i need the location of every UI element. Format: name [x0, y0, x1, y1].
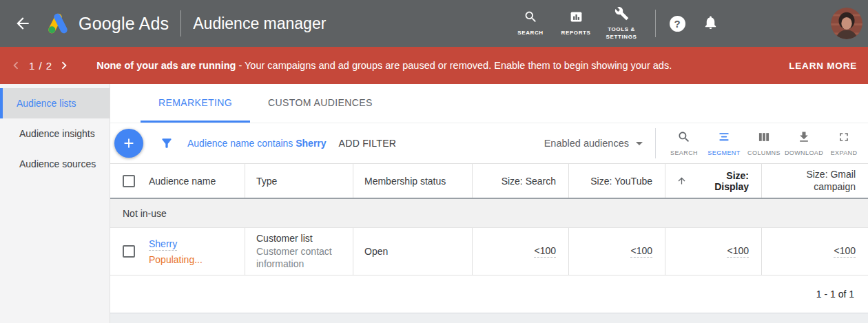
search-icon [524, 10, 538, 26]
learn-more-link[interactable]: LEARN MORE [789, 61, 857, 71]
dropdown-value: Enabled audiences [544, 138, 629, 149]
column-label: Audience name [149, 176, 216, 187]
help-icon: ? [670, 16, 685, 32]
expand-icon [837, 130, 851, 146]
tool-label: SEGMENT [707, 149, 740, 156]
table-expand-button[interactable]: EXPAND [824, 130, 864, 156]
size-display-value: <100 [727, 245, 749, 258]
banner-previous-icon[interactable] [8, 58, 23, 73]
column-label: Size: Search [502, 176, 556, 187]
column-header-size-display[interactable]: Size: Display [665, 164, 761, 198]
table-search-button[interactable]: SEARCH [664, 130, 704, 156]
column-header-size-search[interactable]: Size: Search [472, 164, 568, 198]
sidebar-item-audience-sources[interactable]: Audience sources [0, 149, 110, 179]
wrench-icon [614, 6, 629, 23]
filter-value: Sherry [296, 138, 326, 149]
size-youtube-value: <100 [630, 245, 652, 258]
size-gmail-value: <100 [834, 245, 856, 258]
banner-pagination: 1 / 2 [29, 60, 52, 72]
table-download-button[interactable]: DOWNLOAD [784, 130, 824, 156]
column-header-size-youtube[interactable]: Size: YouTube [568, 164, 665, 198]
columns-icon [757, 130, 771, 146]
back-arrow-icon[interactable] [14, 14, 32, 32]
column-header-type[interactable]: Type [245, 164, 353, 198]
account-avatar[interactable] [831, 8, 862, 39]
search-nav-button[interactable]: SEARCH [508, 10, 553, 37]
toolbar-divider [655, 128, 656, 158]
help-button[interactable]: ? [667, 16, 688, 32]
sidebar-item-audience-insights[interactable]: Audience insights [0, 118, 110, 149]
column-label: Size: YouTube [590, 176, 652, 187]
tab-label: CUSTOM AUDIENCES [268, 97, 373, 108]
sidebar-item-label: Audience sources [19, 158, 96, 169]
type-cell: Customer list Customer contact informati… [245, 228, 353, 275]
table-row: Sherry Populating... Customer list Custo… [110, 228, 868, 275]
reports-nav-label: REPORTS [557, 30, 595, 37]
download-icon [797, 130, 811, 146]
size-youtube-cell: <100 [568, 228, 665, 275]
sort-ascending-icon [676, 176, 687, 186]
audience-name-cell: Sherry Populating... [110, 228, 245, 275]
tab-bar: REMARKETING CUSTOM AUDIENCES [110, 84, 868, 123]
column-label: Membership status [364, 176, 446, 187]
populating-status: Populating... [149, 254, 203, 265]
column-label: Type [256, 176, 277, 187]
active-filter-chip[interactable]: Audience name contains Sherry [187, 138, 327, 149]
select-all-checkbox[interactable] [123, 175, 135, 187]
column-label: Size: Display [691, 170, 749, 192]
group-label: Not in-use [123, 208, 167, 219]
reports-nav-button[interactable]: REPORTS [553, 10, 599, 37]
filter-icon[interactable] [160, 136, 174, 150]
size-gmail-cell: <100 [761, 228, 868, 275]
chevron-down-icon [636, 142, 643, 145]
audience-name-link[interactable]: Sherry [149, 238, 177, 251]
table-columns-button[interactable]: COLUMNS [744, 130, 784, 156]
sidebar-item-label: Audience insights [19, 128, 95, 139]
column-header-membership-status[interactable]: Membership status [353, 164, 472, 198]
size-display-cell: <100 [665, 228, 761, 275]
banner-message-title: None of your ads are running [96, 60, 236, 71]
tools-settings-nav-button[interactable]: TOOLS & SETTINGS [599, 6, 644, 41]
add-filter-button[interactable]: ADD FILTER [339, 138, 397, 149]
tab-remarketing[interactable]: REMARKETING [141, 84, 250, 123]
main-content: REMARKETING CUSTOM AUDIENCES Audie [110, 84, 868, 323]
audience-manager-screen: Google Ads Audience manager SEARCH REPOR… [0, 0, 868, 323]
topbar-nav: SEARCH REPORTS TOOLS & SETTINGS ? [508, 6, 721, 41]
tool-label: EXPAND [831, 149, 858, 156]
membership-status-cell: Open [353, 228, 472, 275]
column-header-size-gmail[interactable]: Size: Gmail campaign [761, 164, 868, 198]
column-label: Size: Gmail campaign [773, 169, 856, 193]
add-audience-button[interactable] [114, 129, 143, 158]
tab-custom-audiences[interactable]: CUSTOM AUDIENCES [250, 84, 391, 123]
alert-banner: 1 / 2 None of your ads are running - You… [0, 47, 868, 84]
sidebar-item-audience-lists[interactable]: Audience lists [0, 88, 110, 118]
topbar-divider [655, 10, 656, 37]
tool-label: SEARCH [670, 149, 698, 156]
segment-icon [717, 130, 731, 146]
column-header-audience-name[interactable]: Audience name [110, 164, 245, 198]
row-checkbox[interactable] [123, 245, 135, 258]
top-app-bar: Google Ads Audience manager SEARCH REPOR… [0, 0, 868, 47]
tool-label: COLUMNS [747, 149, 781, 156]
audience-view-dropdown[interactable]: Enabled audiences [544, 138, 643, 149]
type-detail: Customer contact information [256, 245, 340, 270]
filter-condition: Audience name contains [187, 138, 293, 149]
title-divider [180, 10, 181, 37]
banner-message: None of your ads are running - Your camp… [96, 60, 781, 71]
banner-message-body: - Your campaigns and ad groups are pause… [238, 60, 672, 71]
table-toolbar: Audience name contains Sherry ADD FILTER… [110, 123, 868, 164]
plus-icon [121, 136, 136, 151]
sidebar: Audience lists Audience insights Audienc… [0, 84, 110, 323]
size-search-cell: <100 [472, 228, 568, 275]
tool-label: DOWNLOAD [785, 149, 823, 156]
group-row-not-in-use: Not in-use [110, 199, 868, 228]
audience-table-card: REMARKETING CUSTOM AUDIENCES Audie [110, 84, 868, 313]
banner-next-icon[interactable] [56, 58, 72, 73]
table-segment-button[interactable]: SEGMENT [704, 130, 744, 156]
search-nav-label: SEARCH [512, 30, 549, 37]
notifications-button[interactable] [700, 14, 721, 32]
brand-name: Google Ads [79, 14, 169, 34]
tab-label: REMARKETING [158, 97, 232, 108]
page-title: Audience manager [193, 14, 326, 33]
bell-icon [703, 14, 719, 32]
